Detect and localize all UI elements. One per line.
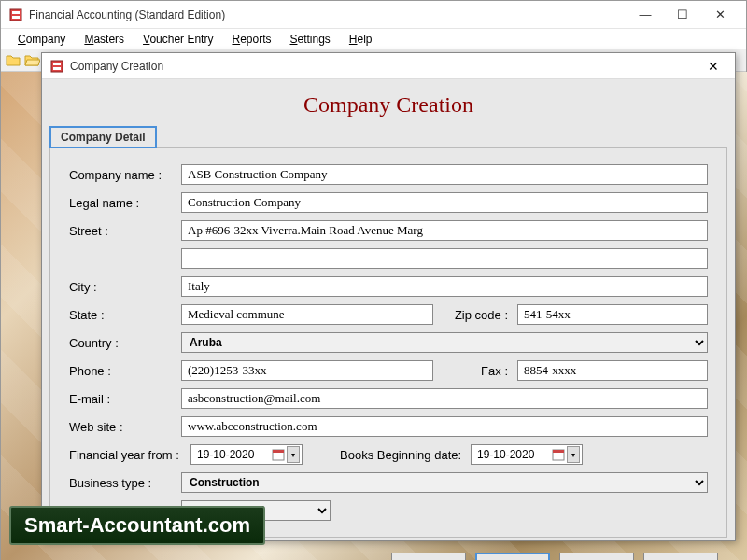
company-name-label: Company name : <box>69 168 181 182</box>
button-bar: Back Next Finish Cancel <box>42 545 735 560</box>
calendar-icon <box>552 448 565 461</box>
next-button[interactable]: Next <box>475 553 550 560</box>
close-button[interactable]: ✕ <box>701 2 739 28</box>
dialog-icon <box>49 59 64 74</box>
tab-strip: Company Detail <box>42 125 735 147</box>
dialog-close-button[interactable]: ✕ <box>699 55 727 77</box>
street1-input[interactable] <box>181 220 708 241</box>
finish-button[interactable]: Finish <box>559 553 634 560</box>
fax-label: Fax : <box>433 364 517 378</box>
menu-reports[interactable]: Reports <box>222 31 280 48</box>
city-label: City : <box>69 280 181 294</box>
svg-rect-9 <box>553 450 564 453</box>
legal-name-label: Legal name : <box>69 196 181 210</box>
company-name-input[interactable] <box>181 164 708 185</box>
toolbar-folder-icon[interactable] <box>5 52 21 69</box>
books-beginning-date-label: Books Beginning date: <box>340 448 471 462</box>
dialog-titlebar: Company Creation ✕ <box>42 53 735 79</box>
cancel-button[interactable]: Cancel <box>643 553 718 560</box>
books-beginning-date-picker[interactable]: 19-10-2020 ▾ <box>471 444 583 465</box>
street-label: Street : <box>69 224 181 238</box>
back-button[interactable]: Back <box>391 553 466 560</box>
app-icon <box>8 7 23 22</box>
menu-voucher-entry[interactable]: Voucher Entry <box>134 31 222 48</box>
country-label: Country : <box>69 336 181 350</box>
calendar-icon <box>272 448 285 461</box>
legal-name-input[interactable] <box>181 192 708 213</box>
toolbar-open-icon[interactable] <box>23 52 40 69</box>
form-area: Company name : Legal name : Street : Cit… <box>49 147 727 538</box>
svg-rect-0 <box>10 9 21 21</box>
svg-rect-1 <box>12 11 20 14</box>
chevron-down-icon: ▾ <box>567 446 580 463</box>
financial-year-from-picker[interactable]: 19-10-2020 ▾ <box>190 444 303 465</box>
email-input[interactable] <box>181 388 708 409</box>
watermark-badge: Smart-Accountant.com <box>9 506 265 545</box>
menu-company[interactable]: Company <box>8 31 75 48</box>
business-type-select[interactable]: Construction <box>181 472 708 493</box>
financial-year-from-label: Financial year from : <box>69 448 190 462</box>
menu-help[interactable]: Help <box>340 31 382 48</box>
phone-label: Phone : <box>69 364 181 378</box>
country-select[interactable]: Aruba <box>181 332 708 353</box>
svg-rect-7 <box>273 450 284 453</box>
website-input[interactable] <box>181 416 708 437</box>
email-label: E-mail : <box>69 392 181 406</box>
company-creation-dialog: Company Creation ✕ Company Creation Comp… <box>41 52 736 541</box>
phone-input[interactable] <box>181 360 433 381</box>
svg-rect-2 <box>12 16 20 19</box>
street2-input[interactable] <box>181 248 708 269</box>
menu-settings[interactable]: Settings <box>280 31 339 48</box>
maximize-button[interactable]: ☐ <box>664 2 701 28</box>
menubar: Company Masters Voucher Entry Reports Se… <box>1 29 746 49</box>
titlebar: Financial Accounting (Standard Edition) … <box>1 1 746 29</box>
state-input[interactable] <box>181 304 433 325</box>
business-type-label: Business type : <box>69 476 181 490</box>
website-label: Web site : <box>69 420 181 434</box>
fax-input[interactable] <box>517 360 708 381</box>
city-input[interactable] <box>181 276 708 297</box>
dialog-title: Company Creation <box>70 60 699 73</box>
dialog-heading: Company Creation <box>42 79 735 125</box>
svg-rect-5 <box>53 67 61 70</box>
tab-company-detail[interactable]: Company Detail <box>49 126 157 148</box>
window-title: Financial Accounting (Standard Edition) <box>29 8 627 21</box>
state-label: State : <box>69 308 181 322</box>
minimize-button[interactable]: — <box>627 2 664 28</box>
zip-input[interactable] <box>517 304 708 325</box>
svg-rect-4 <box>53 63 61 65</box>
zip-label: Zip code : <box>433 308 517 322</box>
menu-masters[interactable]: Masters <box>75 31 134 48</box>
chevron-down-icon: ▾ <box>287 446 300 463</box>
svg-rect-3 <box>51 61 63 72</box>
